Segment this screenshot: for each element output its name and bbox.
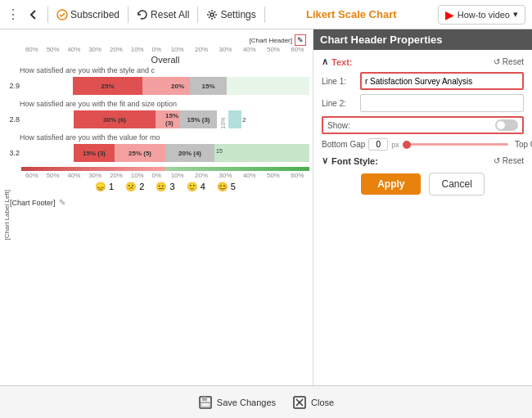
chart-header-edit-icon[interactable]: ✎: [295, 34, 306, 46]
chart-footer-row: [Chart Footer] ✎: [3, 198, 309, 207]
chart-row-3: How satisfied are you with the value for…: [3, 133, 309, 164]
bar-red-dark-1: 25%: [73, 77, 142, 95]
bottom-gap-label: Bottom Gap: [322, 140, 365, 149]
bar-gray-3: 20% (4): [165, 144, 214, 162]
row3-question: How satisfied are you with the value for…: [3, 133, 282, 142]
text-reset-button[interactable]: ↺ Reset: [494, 57, 524, 66]
text-label: Text:: [331, 57, 352, 67]
main-content: [Chart Header] ✎ 60% 50% 40% 30% 20% 10%…: [0, 29, 532, 385]
chart-header-label: [Chart Header]: [250, 37, 292, 44]
bottom-gap-slider[interactable]: [403, 143, 508, 146]
axis-bottom: 60% 50% 40% 30% 20% 10% 0% 10% 20% 30% 4…: [3, 172, 309, 179]
font-style-section-header: ∨ Font Style: ↺ Reset: [322, 155, 524, 166]
line2-label: Line 2:: [322, 99, 356, 108]
cancel-button[interactable]: Cancel: [429, 173, 484, 196]
bar-red-light-1b: 20%: [165, 77, 190, 95]
row3-score: 3.2: [3, 149, 21, 157]
chevron-down-icon: ∨: [322, 155, 328, 166]
bar-red-light-2b: 15% (3): [165, 110, 180, 128]
bar-red-light-2: [156, 110, 165, 128]
how-to-video-button[interactable]: ▶ How-to video ▾: [438, 5, 525, 25]
chart-footer-label: [Chart Footer]: [10, 199, 56, 207]
row1-score: 2.9: [3, 82, 21, 90]
divider2: [128, 7, 128, 23]
svg-rect-4: [201, 402, 210, 407]
line1-input[interactable]: [360, 72, 524, 90]
bar-red-light-3: 25% (5): [115, 144, 165, 162]
bar-green-3: 15: [214, 144, 309, 162]
apply-button[interactable]: Apply: [361, 173, 421, 195]
properties-panel: Chart Header Properties ∧ Text: ↺ Reset …: [313, 29, 532, 385]
divider4: [264, 7, 265, 23]
line1-row: Line 1:: [322, 72, 524, 90]
save-icon: [198, 395, 213, 410]
axis-top: 60% 50% 40% 30% 20% 10% 0% 10% 20% 30% 4…: [3, 46, 309, 53]
show-toggle[interactable]: [495, 119, 518, 131]
show-label: Show:: [327, 121, 350, 130]
gap-row: Bottom Gap px Top Gap px: [322, 138, 524, 151]
close-button[interactable]: Close: [292, 395, 334, 410]
svg-point-1: [210, 13, 214, 16]
row2-bars: 2.8 30% (6) 15% (3) 15% (3) 10% 2: [3, 109, 309, 130]
bar-red-dark-2: 30% (6): [74, 110, 156, 128]
chart-footer-edit-icon[interactable]: ✎: [59, 198, 65, 207]
bar-red-light-1: [142, 77, 165, 95]
svg-rect-3: [202, 397, 207, 401]
line1-label: Line 1:: [322, 77, 356, 86]
bar-gray-2: 15% (3): [180, 110, 217, 128]
chevron-down-icon: ▾: [513, 9, 518, 20]
back-button[interactable]: [28, 9, 39, 20]
chart-row-2: How satisfied are you with the fit and s…: [3, 100, 309, 130]
divider1: [47, 7, 48, 23]
bottom-toolbar: Save Changes Close: [0, 385, 532, 418]
smiley-row: 😞 1 😕 2 😐 3 🙂 4 😊 5: [21, 179, 309, 195]
scale-bar-negative: [21, 167, 165, 171]
reset-all-button[interactable]: Reset All: [137, 9, 189, 20]
bar-teal-2: [228, 110, 241, 128]
action-row: Apply Cancel: [322, 173, 524, 196]
row1-bars: 2.9 25% 20% 15%: [3, 75, 309, 97]
close-icon: [292, 395, 307, 410]
subscribed-button[interactable]: Subscribed: [56, 9, 119, 20]
top-gap-group: Top Gap px: [515, 138, 532, 151]
save-changes-button[interactable]: Save Changes: [198, 395, 276, 410]
bar-red-dark-3: 15% (3): [74, 144, 115, 162]
overall-label: Overall: [3, 55, 309, 65]
line2-input[interactable]: [360, 94, 524, 112]
main-toolbar: ⋮ Subscribed Reset All Settings Likert S…: [0, 0, 532, 29]
smiley-5: 😊 5: [217, 182, 236, 192]
font-reset-button[interactable]: ↺ Reset: [494, 156, 524, 165]
panel-title: Chart Header Properties: [313, 29, 532, 50]
show-row: Show:: [322, 116, 524, 134]
bottom-gap-input[interactable]: [368, 138, 388, 151]
menu-dots[interactable]: ⋮: [7, 7, 20, 22]
divider3: [197, 7, 198, 23]
bottom-gap-group: Bottom Gap px: [322, 138, 508, 151]
bottom-gap-unit: px: [391, 141, 399, 149]
smiley-2: 😕 2: [125, 182, 144, 192]
chart-row-1: How satisfied are you with the style and…: [3, 66, 309, 97]
smiley-3: 😐 3: [156, 182, 174, 192]
top-gap-label: Top Gap: [515, 140, 532, 149]
text-section-header: ∧ Text: ↺ Reset: [322, 56, 524, 67]
save-changes-label: Save Changes: [217, 398, 276, 407]
scale-bar-positive: [165, 167, 309, 171]
smiley-1: 😞 1: [95, 182, 114, 192]
scale-bar: [21, 167, 309, 171]
chart-header-row: [Chart Header] ✎: [3, 34, 306, 46]
line2-row: Line 2:: [322, 94, 524, 112]
row2-question: How satisfied are you with the fit and s…: [3, 100, 282, 108]
text-section-title: ∧ Text:: [322, 56, 352, 67]
bar-gray-1: 15%: [190, 77, 227, 95]
row2-score: 2.8: [3, 115, 21, 124]
chart-title: Likert Scale Chart: [273, 8, 430, 20]
close-label: Close: [311, 398, 334, 407]
row1-question: How satisfied are you with the style and…: [3, 66, 282, 74]
settings-button[interactable]: Settings: [206, 9, 255, 20]
chevron-up-icon: ∧: [322, 56, 328, 67]
youtube-icon: ▶: [445, 8, 454, 21]
row3-bars: 3.2 15% (3) 25% (5) 20% (4) 15: [3, 142, 309, 164]
chart-area: [Chart Header] ✎ 60% 50% 40% 30% 20% 10%…: [0, 29, 313, 385]
font-style-label: Font Style:: [331, 156, 378, 166]
font-style-title: ∨ Font Style:: [322, 155, 378, 166]
